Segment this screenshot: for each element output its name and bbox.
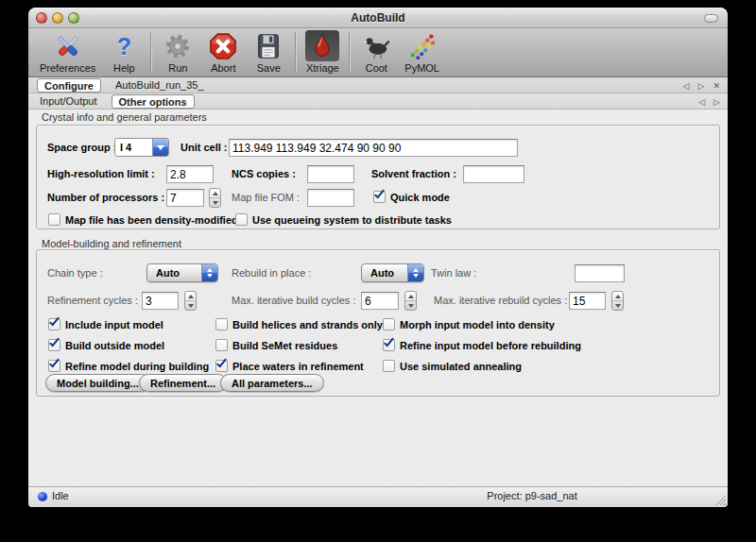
unit-cell-input[interactable] bbox=[229, 139, 518, 157]
stepper-up-icon[interactable] bbox=[185, 292, 196, 301]
toolbar-label: Coot bbox=[366, 62, 387, 74]
subtab-prev-button[interactable]: ◁ bbox=[698, 97, 705, 107]
number-of-processors-input[interactable] bbox=[166, 189, 204, 207]
chain-type-value: Auto bbox=[147, 264, 201, 281]
map-file-fom-label: Map file FOM : bbox=[232, 189, 300, 207]
refinement-button[interactable]: Refinement... bbox=[139, 374, 227, 392]
stepper-down-icon[interactable] bbox=[405, 301, 416, 310]
toolbar-button-xtriage[interactable]: Xtriage bbox=[305, 30, 339, 74]
toolbar-separator bbox=[349, 32, 350, 72]
checkbox-label: Include input model bbox=[65, 319, 163, 330]
twin-law-input[interactable] bbox=[575, 264, 625, 282]
number-of-processors-stepper[interactable] bbox=[209, 188, 221, 208]
refine-during-building-checkbox[interactable]: Refine model during building bbox=[48, 359, 209, 373]
toolbar-button-run[interactable]: Run bbox=[161, 30, 195, 74]
resize-grip[interactable] bbox=[715, 495, 726, 505]
model-section-title: Model-building and refinement bbox=[42, 238, 181, 249]
max-build-cycles-stepper[interactable] bbox=[404, 291, 417, 311]
check-icon bbox=[49, 336, 60, 347]
refinement-cycles-stepper[interactable] bbox=[184, 291, 197, 311]
high-resolution-limit-input[interactable] bbox=[166, 165, 214, 183]
toolbar-button-abort[interactable]: Abort bbox=[206, 30, 240, 74]
quick-mode-checkbox[interactable]: Quick mode bbox=[373, 190, 450, 204]
ncs-copies-label: NCS copies : bbox=[232, 165, 296, 183]
toolbar-toggle-button[interactable] bbox=[704, 14, 718, 23]
solvent-fraction-label: Solvent fraction : bbox=[371, 165, 456, 183]
chevron-down-icon[interactable] bbox=[152, 139, 168, 156]
tab-autobuild-run-35[interactable]: AutoBuild_run_35_ bbox=[112, 78, 207, 93]
toolbar-button-help[interactable]: ? Help bbox=[107, 30, 141, 74]
checkbox-box bbox=[383, 339, 395, 351]
check-icon bbox=[384, 336, 394, 347]
rebuild-in-place-value: Auto bbox=[362, 264, 407, 281]
build-helices-strands-checkbox[interactable]: Build helices and strands only bbox=[215, 317, 383, 331]
status-bar: Idle Project: p9-sad_nat bbox=[28, 486, 728, 507]
checkbox-box bbox=[215, 360, 228, 372]
chain-type-popup[interactable]: Auto bbox=[146, 263, 218, 282]
tab-other-options[interactable]: Other options bbox=[112, 94, 195, 109]
subtab-next-button[interactable]: ▷ bbox=[713, 97, 720, 107]
checkbox-label: Build outside model bbox=[65, 340, 164, 351]
toolbar-button-pymol[interactable]: PyMOL bbox=[404, 30, 439, 74]
toolbar-button-coot[interactable]: Coot bbox=[359, 30, 393, 74]
stepper-up-icon[interactable] bbox=[612, 292, 623, 301]
stepper-down-icon[interactable] bbox=[210, 198, 220, 207]
stepper-down-icon[interactable] bbox=[612, 301, 623, 310]
max-rebuild-cycles-stepper[interactable] bbox=[611, 291, 624, 311]
toolbar-button-save[interactable]: Save bbox=[251, 30, 285, 74]
model-building-button[interactable]: Model building... bbox=[45, 374, 150, 392]
stop-icon bbox=[206, 30, 240, 61]
queueing-system-checkbox[interactable]: Use queueing system to distribute tasks bbox=[235, 212, 452, 227]
stepper-up-icon[interactable] bbox=[210, 189, 220, 198]
all-parameters-button[interactable]: All parameters... bbox=[220, 374, 324, 392]
rainbow-molecule-icon bbox=[405, 30, 439, 61]
space-group-label: Space group : bbox=[47, 139, 116, 157]
max-build-cycles-input[interactable] bbox=[361, 292, 399, 310]
map-file-fom-input[interactable] bbox=[307, 189, 354, 207]
ncs-copies-input[interactable] bbox=[307, 165, 354, 183]
build-semet-residues-checkbox[interactable]: Build SeMet residues bbox=[215, 338, 337, 352]
simulated-annealing-checkbox[interactable]: Use simulated annealing bbox=[383, 359, 522, 373]
stepper-down-icon[interactable] bbox=[185, 301, 196, 310]
checkbox-label: Map file has been density-modified bbox=[65, 214, 238, 226]
check-icon bbox=[216, 357, 227, 368]
space-group-value: I 4 bbox=[115, 139, 152, 156]
rebuild-in-place-label: Rebuild in place : bbox=[232, 264, 311, 282]
max-rebuild-cycles-input[interactable] bbox=[569, 292, 606, 310]
up-down-arrows-icon bbox=[407, 264, 423, 281]
space-group-combobox[interactable]: I 4 bbox=[114, 138, 169, 157]
tab-prev-button[interactable]: ◁ bbox=[683, 81, 690, 91]
build-outside-model-checkbox[interactable]: Build outside model bbox=[48, 338, 164, 352]
toolbar-button-preferences[interactable]: Preferences bbox=[40, 30, 95, 74]
drop-icon bbox=[305, 30, 339, 61]
desktop-background: AutoBuild Preferences ? Help bbox=[0, 0, 756, 542]
tab-close-button[interactable]: ✕ bbox=[713, 81, 720, 91]
checkbox-box bbox=[383, 318, 395, 330]
tab-label: Input/Output bbox=[40, 95, 97, 107]
project-label: Project: p9-sad_nat bbox=[419, 490, 645, 501]
stepper-up-icon[interactable] bbox=[405, 292, 416, 301]
refinement-cycles-input[interactable] bbox=[142, 292, 179, 310]
checkbox-box bbox=[48, 213, 60, 226]
window-title: AutoBuild bbox=[28, 8, 728, 28]
checkbox-label: Build helices and strands only bbox=[232, 319, 383, 330]
tab-configure[interactable]: Configure bbox=[37, 78, 101, 93]
include-input-model-checkbox[interactable]: Include input model bbox=[48, 317, 163, 331]
checkbox-box bbox=[48, 360, 60, 372]
rebuild-in-place-popup[interactable]: Auto bbox=[361, 263, 424, 282]
checkbox-box bbox=[215, 318, 228, 330]
tab-label: Other options bbox=[119, 96, 187, 108]
checkbox-label: Build SeMet residues bbox=[232, 340, 337, 351]
solvent-fraction-input[interactable] bbox=[463, 165, 524, 183]
title-bar[interactable]: AutoBuild bbox=[28, 8, 728, 28]
max-rebuild-cycles-label: Max. iterative rebuild cycles : bbox=[434, 292, 567, 310]
place-waters-checkbox[interactable]: Place waters in refinement bbox=[215, 359, 364, 373]
question-mark-icon: ? bbox=[107, 30, 141, 61]
density-modified-checkbox[interactable]: Map file has been density-modified bbox=[48, 212, 238, 227]
morph-input-model-checkbox[interactable]: Morph input model into density bbox=[383, 317, 555, 331]
tab-input-output[interactable]: Input/Output bbox=[37, 94, 100, 109]
tab-next-button[interactable]: ▷ bbox=[698, 81, 705, 91]
toolbar-label: PyMOL bbox=[404, 62, 439, 74]
refine-input-model-checkbox[interactable]: Refine input model before rebuilding bbox=[383, 338, 581, 352]
toolbar-separator bbox=[295, 32, 296, 72]
